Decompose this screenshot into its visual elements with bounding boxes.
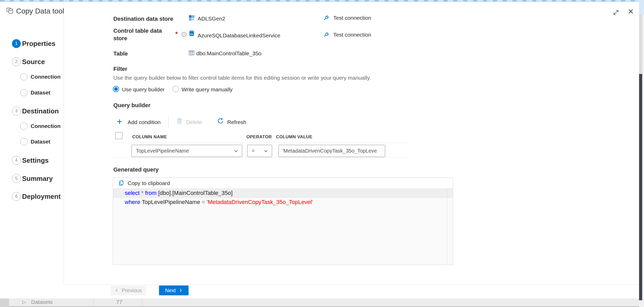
test-connection-control-table[interactable]: Test connection bbox=[322, 31, 371, 39]
filter-description: Use the query builder below to filter co… bbox=[113, 75, 371, 81]
source-connection-radio[interactable] bbox=[20, 73, 27, 80]
adls-gen2-icon bbox=[189, 15, 195, 21]
sidebar-item-settings[interactable]: Settings bbox=[22, 156, 49, 164]
chevron-right-icon bbox=[178, 288, 183, 292]
page-scrollbar-track-upper[interactable] bbox=[639, 14, 642, 74]
operator-dropdown[interactable]: = bbox=[247, 145, 272, 157]
sql-editor-area[interactable]: select * from [dbo].[MainControlTable_35… bbox=[113, 188, 453, 265]
write-query-manually-radio[interactable] bbox=[172, 86, 179, 92]
previous-label: Previous bbox=[122, 288, 142, 294]
previous-button[interactable]: Previous bbox=[111, 285, 146, 295]
next-label: Next bbox=[165, 288, 176, 294]
column-value-header: COLUMN VALUE bbox=[276, 134, 312, 140]
page-scrollbar-thumb[interactable] bbox=[639, 74, 642, 300]
info-icon[interactable] bbox=[181, 32, 187, 37]
dialog-title: Copy Data tool bbox=[16, 7, 64, 15]
table-icon bbox=[189, 50, 194, 56]
sidebar-item-source-connection[interactable]: Connection bbox=[31, 73, 61, 80]
use-query-builder-radio[interactable] bbox=[113, 86, 119, 92]
toolbar-divider bbox=[168, 117, 169, 127]
sidebar-item-destination-connection[interactable]: Connection bbox=[31, 123, 61, 129]
generated-query-editor: Copy to clipboard select * from [dbo].[M… bbox=[113, 178, 453, 265]
copy-icon bbox=[118, 180, 124, 186]
source-dataset-radio[interactable] bbox=[20, 89, 27, 96]
copy-to-clipboard-button[interactable]: Copy to clipboard bbox=[113, 178, 453, 188]
control-table-data-store-value: AzureSQLDatabaseLinkedService bbox=[198, 32, 280, 39]
next-button[interactable]: Next bbox=[159, 285, 189, 295]
operator-selected: = bbox=[247, 148, 263, 154]
generated-query-title: Generated query bbox=[113, 166, 159, 173]
background-page-top-sliver bbox=[0, 0, 644, 2]
background-divider bbox=[93, 298, 94, 307]
test-connection-label: Test connection bbox=[333, 32, 371, 38]
step-1-indicator[interactable]: 1 bbox=[12, 39, 21, 48]
background-page-right-sliver bbox=[639, 0, 644, 14]
step-4-indicator[interactable]: 4 bbox=[12, 156, 21, 165]
sidebar-item-source[interactable]: Source bbox=[22, 58, 45, 66]
destination-data-store-value: ADLSGen2 bbox=[198, 16, 225, 22]
select-all-checkbox[interactable] bbox=[115, 132, 122, 139]
background-nav-fragment bbox=[0, 298, 9, 307]
background-datasets-item: Datasets bbox=[31, 299, 53, 305]
column-name-selected: TopLevelPipelineName bbox=[132, 148, 233, 154]
column-value-input[interactable] bbox=[279, 145, 385, 157]
delete-button[interactable]: Delete bbox=[186, 119, 202, 125]
chevron-down-icon bbox=[233, 148, 239, 154]
footer-divider bbox=[64, 284, 639, 285]
step-3-indicator[interactable]: 3 bbox=[12, 107, 21, 115]
sidebar-item-source-dataset[interactable]: Dataset bbox=[31, 89, 50, 96]
operator-header: OPERATOR bbox=[246, 134, 272, 140]
background-page-bottom-sliver bbox=[0, 298, 644, 307]
chevron-left-icon bbox=[115, 288, 119, 292]
svg-text:SQL: SQL bbox=[190, 33, 194, 35]
sql-database-icon: SQL bbox=[189, 30, 195, 36]
close-icon[interactable]: ✕ bbox=[628, 8, 634, 15]
grid-line-top bbox=[113, 143, 407, 143]
chevron-down-icon bbox=[263, 148, 269, 154]
destination-connection-radio[interactable] bbox=[20, 122, 27, 130]
table-label: Table bbox=[113, 50, 128, 57]
sidebar-item-properties[interactable]: Properties bbox=[22, 40, 56, 47]
plug-icon bbox=[322, 14, 330, 22]
test-connection-label: Test connection bbox=[333, 15, 371, 21]
destination-data-store-label: Destination data store bbox=[113, 15, 183, 23]
trash-icon bbox=[176, 117, 183, 125]
sql-code: select * from [dbo].[MainControlTable_35… bbox=[113, 188, 453, 207]
sidebar-item-deployment[interactable]: Deployment bbox=[22, 193, 61, 200]
query-builder-title: Query builder bbox=[113, 102, 150, 109]
editor-minimap-divider bbox=[447, 188, 447, 265]
background-divider bbox=[142, 298, 142, 307]
column-name-header: COLUMN NAME bbox=[132, 134, 167, 140]
background-datasets-count: 77 bbox=[116, 299, 122, 305]
filter-title: Filter bbox=[113, 66, 127, 72]
copy-data-tool-icon bbox=[6, 7, 14, 15]
column-name-dropdown[interactable]: TopLevelPipelineName bbox=[131, 145, 242, 157]
use-query-builder-label[interactable]: Use query builder bbox=[122, 86, 165, 93]
write-query-manually-label[interactable]: Write query manually bbox=[182, 86, 233, 93]
expand-icon[interactable] bbox=[612, 9, 620, 16]
sidebar-item-summary[interactable]: Summary bbox=[22, 175, 53, 182]
required-asterisk: * bbox=[175, 31, 178, 38]
table-value: dbo.MainControlTable_35o bbox=[196, 50, 261, 57]
plug-icon bbox=[322, 31, 330, 39]
refresh-icon bbox=[217, 117, 224, 125]
sidebar-divider bbox=[64, 2, 64, 284]
refresh-button[interactable]: Refresh bbox=[227, 119, 246, 125]
grid-line-bottom bbox=[113, 157, 407, 158]
expander-triangle-icon: ▷ bbox=[22, 299, 26, 305]
destination-dataset-radio[interactable] bbox=[20, 138, 27, 145]
copy-to-clipboard-label: Copy to clipboard bbox=[128, 180, 170, 186]
step-6-indicator[interactable]: 6 bbox=[12, 192, 21, 201]
sidebar-item-destination-dataset[interactable]: Dataset bbox=[31, 138, 50, 145]
control-table-data-store-label: Control table data store bbox=[113, 27, 172, 42]
add-condition-button[interactable]: Add condition bbox=[128, 119, 161, 125]
step-5-indicator[interactable]: 5 bbox=[12, 174, 21, 183]
sidebar-item-destination[interactable]: Destination bbox=[22, 107, 59, 115]
step-2-indicator[interactable]: 2 bbox=[12, 57, 21, 66]
test-connection-destination[interactable]: Test connection bbox=[322, 14, 371, 22]
plus-icon: + bbox=[117, 117, 122, 126]
